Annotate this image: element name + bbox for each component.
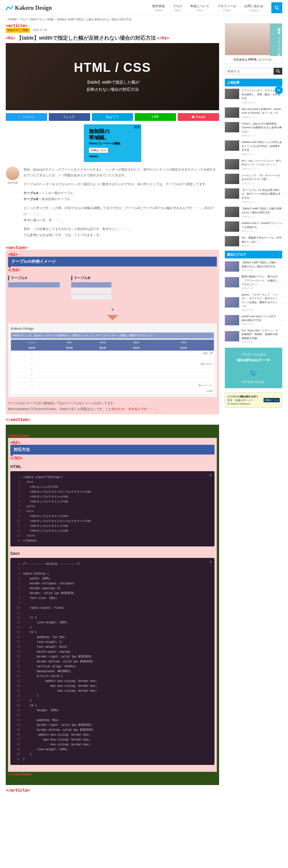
annotation-h2-open-1: <h2> (8, 252, 18, 257)
share-facebook[interactable]: f シェア (49, 113, 90, 121)
xserver-cta[interactable]: 詳細はこちら (264, 398, 280, 402)
recent-list: 【table】widthで指定した幅が反映されない場合の対応方法2020.07.… (225, 261, 282, 344)
annotation-section2-open: <section> (8, 433, 30, 438)
mock-title: WEBテクニック jQuery：スクロールの途中から、途中のコンテンツ（テーブル… (11, 333, 214, 339)
section-2-title: 対応方法 (10, 445, 215, 455)
section-1-explain: テーブルAとテーブルBで擬似的に下記のテーブルをイメージを作ってます。 Macや… (8, 401, 217, 412)
lead-p4: 長年、この仕事をしてますがかな～り初歩的な話です。恥ずかしい・・・・。でも参考に… (24, 226, 219, 238)
item-date: 2020.07.01 (242, 322, 279, 326)
nav-works[interactable]: 制作実績Works (152, 4, 165, 12)
list-item[interactable]: Sublime Textで特定フォルダ内にあるファイルの文字列を一括検索する方法… (225, 141, 282, 156)
item-date: 2020.07.09 (242, 269, 279, 272)
ad-close-icon[interactable]: ⓘ ✕ (134, 125, 140, 129)
sass-code-block[interactable]: ◧1/*---------- tblGlay ----------*/ 2 3t… (10, 558, 215, 765)
section-1-title: テーブルの作例イメージ (8, 257, 217, 267)
item-title: 【ワードプレス】特定記事の時だけ、表示ページの特定の要素を消す方法 (242, 188, 282, 200)
list-item[interactable]: 【ワードプレス】特定記事の時だけ、表示ページの特定の要素を消す方法14件のビュー (225, 188, 282, 204)
site-header: Kakeru Design 制作実績Works ブログBlog 料金についてPr… (0, 0, 288, 16)
search-input[interactable] (225, 68, 274, 75)
post-date: 2020.07.09 (33, 28, 47, 32)
ad-cta[interactable]: 詳細はこちら (89, 148, 108, 153)
list-item[interactable]: メールソフト：サンダーバードのおすすめアドオン3選！17件のビュー (225, 174, 282, 185)
table-a-label: テーブルA (8, 276, 60, 281)
pixta-image (225, 24, 270, 55)
category-badge[interactable]: Webデザイン関連 (6, 28, 30, 33)
pixta-vertical-text: 素材の質は、デザインの質。 (270, 24, 282, 56)
share-buttons: 🐦 ツイート f シェア B!はてブ LINE ◆ Pocket (6, 113, 219, 121)
thumbnail (225, 141, 239, 151)
list-item[interactable]: Mac mini 2018と外部GPU（Razer Core X Chroma）… (225, 107, 282, 119)
annotation-h1-close: </h1> (157, 36, 169, 40)
thumbnail (225, 122, 239, 132)
html-code-block[interactable]: ◧1<table class="tblGlay"> 2 <tr> 3 <th>タ… (10, 471, 215, 547)
xserver-banner[interactable]: ビジネスの機会損失を防ぐ 安定・高速のサーバー ✖ XSERVER BUSINE… (225, 392, 282, 408)
crumb-current: 【table】widthで指定した幅が反映されない場合の対応方法 (56, 18, 132, 21)
crumb-cat[interactable]: Webデザイン関連 (30, 18, 56, 21)
nav-profile[interactable]: プロフィールProfile (217, 4, 236, 12)
site-logo[interactable]: Kakeru Design (6, 5, 52, 11)
ad-headline-1: 無制限の (89, 128, 136, 135)
list-item[interactable]: 動画の勉強がてらに、母のお店「フラワーバケット」を撮影してみました～♪2020.… (225, 275, 282, 290)
svg-line-1 (278, 9, 279, 10)
hero-sub1: 【table】widthで指定した幅が (11, 79, 213, 86)
sidebar-search (225, 68, 282, 75)
share-pocket[interactable]: ◆ Pocket (178, 113, 219, 121)
item-title: Sublime Textで特定フォルダ内にあるファイルの文字列を一括検索する方法 (242, 141, 282, 152)
item-date: 2020.07.03 (242, 286, 279, 290)
crumb-blog[interactable]: ブログ (19, 18, 30, 21)
table-row: 2 (11, 372, 214, 378)
chevron-right-icon: › (281, 318, 282, 322)
crumb-home[interactable]: HOME (8, 18, 19, 21)
pixta-ad[interactable]: 素材の質は、デザインの質。 写真素材は PIXTA［ピクスタ］ (225, 23, 282, 64)
list-item[interactable]: HTML5：videoタグの動画再生、Chromeで自動再生すると音声が鳴らない… (225, 122, 282, 138)
scroll-top-button[interactable] (275, 86, 283, 94)
share-twitter[interactable]: 🐦 ツイート (6, 113, 47, 121)
thumbnail (225, 188, 239, 199)
plus-icon: ＋ (8, 306, 217, 313)
item-views: 8件のビュー (242, 244, 282, 248)
item-views: 116件のビュー (242, 116, 282, 119)
nav-contact[interactable]: お問い合わせContact (244, 4, 263, 12)
sidebar: 素材の質は、デザインの質。 写真素材は PIXTA［ピクスタ］ 人気記事 イラス… (225, 23, 282, 793)
header-search-button[interactable] (271, 2, 282, 13)
inline-ad: ⓘ ✕ 無制限の 帯域幅。 Vimeoプレーヤーの機能 詳細はこちら vimeo (6, 124, 219, 162)
share-line[interactable]: LINE (135, 113, 176, 121)
item-title: メールソフト：サンダーバードのおすすめアドオン3選！ (242, 174, 282, 182)
svg-point-3 (277, 69, 279, 72)
down-arrow-icon (8, 315, 217, 321)
lead-p3: といった作りです。この時、CSSでセルの各幅を調整してるのですが、テーブルAとテ… (24, 205, 219, 223)
list-item[interactable]: DIY：2x4（ツーバイフォー）材で作るベンチ（ミルクペイント）19件のビュー (225, 159, 282, 171)
recent-heading: 最近のブログ (225, 251, 282, 258)
item-title: DIY：廃墟材で作るテーブル（竹中 修さんっぽく） (242, 236, 282, 244)
search-icon (276, 69, 280, 73)
list-item[interactable]: MAMP ver5 htmlファイル内でphpを動かす方法2020.07.01› (225, 315, 282, 326)
list-item[interactable]: jQuery：スクロールして、ヘッダー、サイドナビ・途中のコンテンツを固定・解除… (225, 293, 282, 312)
mock-logo: Kakeru Design (11, 326, 214, 331)
item-title: 【table】widthで指定した幅が反映されない場合の対応方法 (242, 207, 282, 215)
green-context: <section> <h2> 対応方法 </h2> HTML ◧1<table … (6, 425, 219, 785)
table-row: 3新人 スーパー (11, 383, 214, 389)
vimeo-ad[interactable]: ⓘ ✕ 無制限の 帯域幅。 Vimeoプレーヤーの機能 詳細はこちら vimeo (84, 124, 141, 162)
thumbnail (225, 297, 239, 308)
item-views: 34件のビュー (242, 153, 282, 156)
svg-line-4 (279, 71, 280, 73)
list-item[interactable]: 【table】widthで指定した幅が反映されない場合の対応方法13件のビュー (225, 207, 282, 218)
list-item[interactable]: イラストレーター：テキストの形状を維持し、背景（囲み）を作る方法278件のビュー (225, 89, 282, 104)
breadcrumb: ⌂ HOMEブログWebデザイン関連【table】widthで指定した幅が反映さ… (0, 16, 288, 23)
popular-list: イラストレーター：テキストの形状を維持し、背景（囲み）を作る方法278件のビュー… (225, 89, 282, 248)
lead-block: 木部 明彦 前回、jQueryのテクニックでページをスクロールすると、ヘッダーが… (6, 166, 219, 241)
opencage-banner[interactable]: ブロガーのための WordPressテーマ 🐦 OPENCAGE (225, 348, 282, 388)
search-submit[interactable] (274, 68, 282, 75)
share-hatena[interactable]: B!はてブ (92, 113, 133, 121)
list-item[interactable]: Sublime Text 3：Emmetでスニペットを登録する8件のビュー (225, 221, 282, 233)
ad-sub: Vimeoプレーヤーの機能 (89, 142, 136, 146)
item-title: 動画の勉強がてらに、母のお店「フラワーバケット」を撮影してみました～♪ (242, 275, 279, 286)
nav-price[interactable]: 料金についてPrice (190, 4, 209, 12)
list-item[interactable]: DIY：廃墟材で作るテーブル（竹中 修さんっぽく）8件のビュー (225, 236, 282, 248)
svg-marker-2 (107, 315, 118, 320)
section-1: <h2> テーブルの作例イメージ </h2> テーブルA テーブルB ＋ Kak… (6, 250, 219, 414)
nav-blog[interactable]: ブログBlog (173, 4, 182, 12)
list-item[interactable]: 【table】widthで指定した幅が反映されない場合の対応方法2020.07.… (225, 261, 282, 272)
item-title: HTML5：videoタグの動画再生、Chromeで自動再生すると音声が鳴らない (242, 122, 282, 134)
list-item[interactable]: DJI : Mavic Mini（ドローン）で空撮海岸・岡垣町・遠賀町の田園風景… (225, 329, 282, 344)
